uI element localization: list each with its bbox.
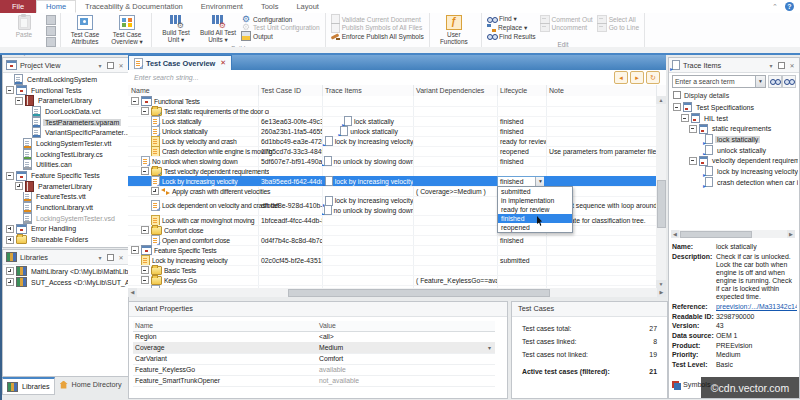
display-details-option[interactable]: Display details	[673, 91, 729, 99]
project-item-centrallockingsystem[interactable]: CentralLockingSystem	[3, 74, 128, 85]
chevron-down-icon[interactable]: ▾	[488, 344, 491, 351]
trace-item-hil-test[interactable]: HIL test	[670, 113, 798, 124]
expander-icon[interactable]	[141, 266, 149, 274]
dropdown-option[interactable]: ready for review	[498, 205, 572, 214]
link-trace-item-button[interactable]: ◂	[614, 71, 628, 84]
scrollbar-thumb[interactable]	[680, 231, 752, 238]
collapse-ribbon-icon[interactable]: ⌃	[771, 3, 779, 11]
project-item-parameterlibrary[interactable]: ParameterLibrary	[3, 181, 128, 192]
column-header-value[interactable]: Value	[319, 322, 336, 329]
column-header-name[interactable]: Name	[135, 322, 153, 329]
replace-button[interactable]: Replace ▾	[485, 24, 538, 33]
library-item-mathlibrary-d-mylib-mathlibr-[interactable]: MathLibrary <D:\MyLib\MathLibr...	[3, 266, 128, 277]
column-header-trace-items[interactable]: Trace Items	[322, 85, 414, 96]
project-item-lockingsystemtester-vtt[interactable]: LockingSystemTester.vtt	[3, 138, 128, 149]
expander-icon[interactable]	[681, 114, 689, 122]
scrollbar-thumb[interactable]	[288, 289, 550, 297]
project-item-variantspecificparameter-[interactable]: VariantSpecificParameter...	[3, 127, 128, 138]
variant-row-feature_smarttrunkopener[interactable]: Feature_SmartTrunkOpenernot_available	[133, 375, 495, 387]
dropdown-option[interactable]: in implementation	[498, 196, 572, 205]
expander-icon[interactable]	[141, 167, 149, 175]
dock-tab-libraries[interactable]: Libraries	[2, 377, 55, 395]
chevron-down-icon[interactable]: ▼	[755, 76, 765, 87]
build-test-unit-button[interactable]: Build Test Unit ▾	[155, 14, 197, 45]
column-header-variant-dependencies[interactable]: Variant Dependencies	[413, 85, 498, 96]
dropdown-option[interactable]: reopened	[498, 223, 572, 232]
column-header-test-case-id[interactable]: Test Case ID	[258, 85, 323, 96]
column-header-name[interactable]: Name	[128, 85, 259, 96]
column-header-note[interactable]: Note	[546, 85, 657, 96]
expander-icon[interactable]	[689, 157, 697, 165]
search-input[interactable]: Enter search string...	[128, 74, 614, 81]
expander-icon[interactable]	[6, 172, 14, 180]
expander-icon[interactable]	[673, 103, 681, 111]
ribbon-tab-environment[interactable]: Environment	[192, 0, 252, 13]
pin-icon[interactable]	[778, 62, 785, 69]
ribbon-tab-home[interactable]: Home	[36, 0, 76, 13]
trace-search-combo[interactable]: Enter a search term ▼	[672, 75, 766, 88]
horizontal-scrollbar[interactable]: ◀ ▶	[128, 288, 666, 297]
trace-tree-scrollbar[interactable]: ◀ ▶	[671, 230, 795, 238]
build-all-test-units-button[interactable]: Build All Test Units ▾	[197, 14, 239, 45]
close-tab-icon[interactable]: ✕	[220, 59, 226, 67]
expander-icon[interactable]	[141, 276, 149, 284]
table-row[interactable]: Lock by increasing velocity3ba95eed-f642…	[128, 176, 656, 187]
expander-icon[interactable]	[131, 97, 139, 105]
expander-icon[interactable]	[6, 86, 14, 94]
ribbon-tab-file[interactable]: File	[0, 0, 36, 13]
close-icon[interactable]: ✕	[117, 62, 125, 69]
trace-search-input[interactable]: Enter a search term	[673, 78, 755, 85]
expander-icon[interactable]	[6, 236, 14, 244]
chevron-down-icon[interactable]: ▼	[535, 177, 544, 186]
project-item-functional-tests[interactable]: Functional Tests	[3, 85, 128, 96]
column-header-lifecycle[interactable]: Lifecycle	[497, 85, 547, 96]
panel-menu-icon[interactable]: ▾	[96, 62, 104, 69]
project-item-testparameters-vparam[interactable]: TestParameters.vparam	[3, 117, 128, 128]
refresh-button[interactable]: ↻	[646, 71, 660, 84]
expander-icon[interactable]	[689, 125, 697, 133]
ribbon-tab-layout[interactable]: Layout	[287, 0, 328, 13]
trace-item-static-requirements[interactable]: static requirements	[670, 123, 798, 134]
panel-menu-icon[interactable]: ▾	[767, 62, 775, 69]
project-item-error-handling[interactable]: Error Handling	[3, 224, 128, 235]
trace-item-crash-detection-when-car-is-moving[interactable]: crash detection when car is moving	[670, 177, 798, 188]
dropdown-option[interactable]: submitted	[498, 187, 572, 196]
close-icon[interactable]: ✕	[788, 62, 796, 69]
scroll-up-icon[interactable]: ▲	[656, 96, 666, 104]
expander-icon[interactable]	[141, 107, 149, 115]
expander-icon[interactable]	[151, 187, 159, 195]
project-item-lockingtestlibrary-cs[interactable]: LockingTestLibrary.cs	[3, 149, 128, 160]
project-item-functionlibrary-vtt[interactable]: FunctionLibrary.vtt	[3, 202, 128, 213]
lifecycle-combobox[interactable]: finished▼	[497, 176, 544, 186]
test-case-attributes-button[interactable]: Test Case Attributes	[64, 14, 106, 47]
scroll-right-icon[interactable]: ▶	[657, 288, 666, 297]
project-item-feature-specific-tests[interactable]: Feature Specific Tests	[3, 170, 128, 181]
library-item-sut-access-d-mylib-sut-ac-[interactable]: SUT_Access <D:\MyLib\SUT_Ac...	[3, 277, 128, 288]
tab-test-case-overview[interactable]: Test Case Overview ✕	[128, 55, 232, 70]
expander-icon[interactable]	[141, 226, 149, 234]
trace-item-lock-by-increasing-velocity[interactable]: lock by increasing velocity	[670, 166, 798, 177]
ribbon-tab-tools[interactable]: Tools	[252, 0, 288, 13]
scroll-left-icon[interactable]: ◀	[671, 230, 679, 238]
enforce-publish-all-symbols-button[interactable]: Enforce Publish All Symbols	[329, 32, 426, 41]
test-case-overview-button[interactable]: Test Case Overview ▾	[106, 14, 148, 47]
find-all-button[interactable]	[782, 75, 796, 88]
vertical-scrollbar[interactable]: ▲ ▼	[656, 96, 666, 288]
dropdown-option[interactable]: finished	[498, 214, 572, 223]
project-item-featuretests-vtt[interactable]: FeatureTests.vtt	[3, 192, 128, 203]
configuration-button[interactable]: Configuration	[239, 15, 322, 24]
find-button[interactable]: Find ▾	[485, 15, 538, 24]
trace-item-velocity-dependent-requirements[interactable]: velocity dependent requirements	[670, 155, 798, 166]
scroll-left-icon[interactable]: ◀	[128, 288, 137, 297]
find-button[interactable]	[768, 75, 782, 88]
output-button[interactable]: Output	[239, 32, 322, 41]
project-item-parameterlibrary[interactable]: ParameterLibrary	[3, 95, 128, 106]
project-item-utilities-can[interactable]: Utilities.can	[3, 160, 128, 171]
panel-menu-icon[interactable]: ▾	[96, 254, 104, 261]
expander-icon[interactable]	[15, 182, 23, 190]
user-functions-button[interactable]: User Functions	[433, 14, 475, 47]
checkbox-icon[interactable]	[673, 91, 681, 99]
dock-tab-home-directory[interactable]: Home Directory	[56, 377, 126, 392]
detail-value[interactable]: preevision:/.../Ma31342c143ae...	[716, 303, 797, 311]
close-icon[interactable]: ✕	[117, 254, 125, 261]
